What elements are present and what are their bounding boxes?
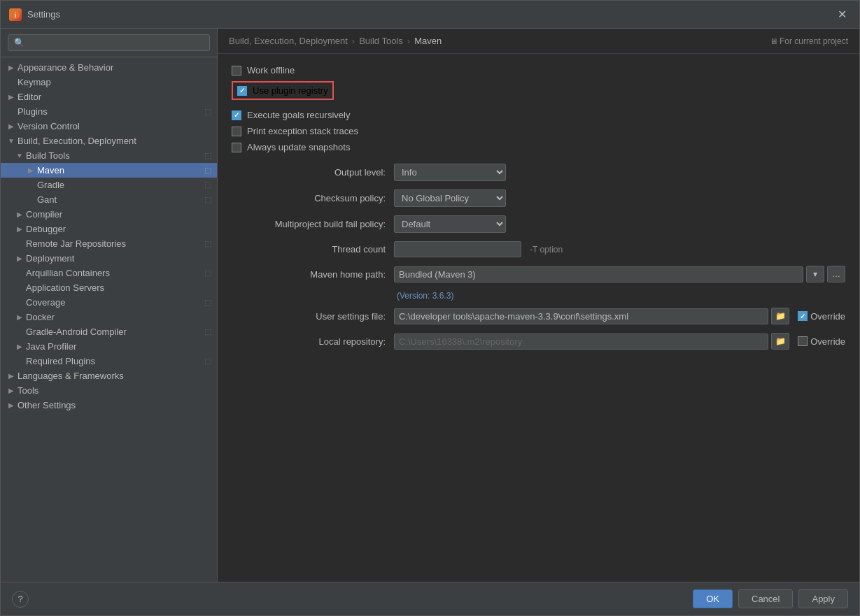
cancel-button[interactable]: Cancel (738, 589, 793, 608)
user-settings-input[interactable] (394, 308, 768, 324)
copy-icon: ⬚ (204, 166, 211, 175)
help-button[interactable]: ? (12, 591, 29, 608)
breadcrumb-part-2: Build Tools (359, 36, 403, 46)
local-repo-override-label: Override (810, 336, 845, 347)
work-offline-label[interactable]: Work offline (247, 65, 295, 76)
local-repo-label: Local repository: (232, 336, 386, 347)
sidebar-item-version-control[interactable]: ▶ Version Control (1, 119, 217, 134)
multiproject-policy-label: Multiproject build fail policy: (232, 219, 386, 229)
sidebar-item-plugins[interactable]: Plugins ⬚ (1, 104, 217, 119)
sidebar-item-gradle-android[interactable]: Gradle-Android Compiler ⬚ (1, 324, 217, 339)
sidebar-item-tools[interactable]: ▶ Tools (1, 383, 217, 398)
apply-button[interactable]: Apply (798, 589, 848, 608)
arrow-icon: ▶ (26, 166, 36, 174)
user-settings-override: Override (798, 311, 845, 322)
sidebar-item-coverage[interactable]: Coverage ⬚ (1, 295, 217, 310)
sidebar-tree: ▶ Appearance & Behavior Keymap ▶ Editor … (1, 57, 217, 582)
sidebar-item-label: Coverage (26, 297, 65, 308)
sidebar-item-label: Build, Execution, Deployment (17, 136, 136, 146)
copy-icon: ⬚ (204, 239, 211, 248)
local-repo-override-checkbox[interactable] (798, 336, 808, 346)
local-repo-input[interactable] (394, 334, 768, 350)
sidebar-item-label: Languages & Frameworks (17, 371, 124, 381)
sidebar-item-label: Plugins (17, 106, 48, 117)
breadcrumb-sep-1: › (352, 36, 355, 46)
t-option-hint: -T option (530, 245, 563, 255)
title-bar: i Settings ✕ (1, 1, 859, 29)
user-settings-override-checkbox[interactable] (798, 311, 808, 321)
maven-home-browse-button[interactable]: … (827, 266, 845, 282)
checksum-policy-select[interactable]: No Global Policy Strict Warn Ignore (394, 189, 506, 207)
output-level-select[interactable]: Info Debug Warning Error (394, 164, 506, 181)
ok-button[interactable]: OK (693, 589, 733, 608)
checksum-policy-row: Checksum policy: No Global Policy Strict… (232, 189, 845, 207)
arrow-icon: ▼ (15, 152, 24, 159)
maven-home-input[interactable] (394, 266, 803, 282)
sidebar-item-gradle[interactable]: Gradle ⬚ (1, 178, 217, 192)
print-exception-checkbox[interactable] (232, 127, 241, 136)
maven-home-dropdown-button[interactable]: ▾ (806, 266, 824, 282)
use-plugin-registry-checkbox[interactable] (237, 86, 247, 96)
sidebar-item-deployment[interactable]: ▶ Deployment (1, 251, 217, 266)
sidebar-item-maven[interactable]: ▶ Maven ⬚ (1, 163, 217, 178)
user-settings-override-label: Override (810, 311, 845, 322)
user-settings-browse-button[interactable]: 📁 (771, 308, 789, 324)
arrow-icon (15, 299, 24, 306)
arrow-icon (15, 328, 24, 336)
footer: ? OK Cancel Apply (1, 582, 859, 615)
sidebar-item-label: Compiler (26, 209, 62, 220)
main-panel: Build, Execution, Deployment › Build Too… (218, 29, 859, 582)
sidebar-item-keymap[interactable]: Keymap (1, 75, 217, 89)
sidebar-item-java-profiler[interactable]: ▶ Java Profiler (1, 339, 217, 354)
copy-icon: ⬚ (204, 107, 211, 116)
sidebar-item-required-plugins[interactable]: Required Plugins ⬚ (1, 354, 217, 368)
sidebar-item-appearance[interactable]: ▶ Appearance & Behavior (1, 60, 217, 75)
sidebar-item-other[interactable]: ▶ Other Settings (1, 398, 217, 413)
close-button[interactable]: ✕ (833, 6, 851, 22)
sidebar-item-label: Gant (37, 194, 57, 205)
arrow-icon: ▶ (6, 122, 16, 130)
sidebar-item-label: Arquillian Containers (26, 268, 110, 278)
local-repo-override: Override (798, 336, 845, 347)
execute-goals-checkbox[interactable] (232, 110, 241, 120)
work-offline-checkbox[interactable] (232, 66, 241, 76)
sidebar-item-gant[interactable]: Gant ⬚ (1, 192, 217, 207)
sidebar-item-compiler[interactable]: ▶ Compiler (1, 207, 217, 222)
multiproject-policy-select[interactable]: Default At End Never Always (394, 215, 506, 233)
arrow-icon: ▶ (15, 210, 24, 218)
sidebar-item-app-servers[interactable]: Application Servers (1, 280, 217, 295)
sidebar-item-build-exec[interactable]: ▼ Build, Execution, Deployment (1, 134, 217, 148)
sidebar-item-build-tools[interactable]: ▼ Build Tools ⬚ (1, 148, 217, 163)
breadcrumb-part-3: Maven (414, 36, 442, 46)
always-update-label[interactable]: Always update snapshots (247, 142, 350, 152)
sidebar-item-label: Appearance & Behavior (17, 62, 113, 73)
sidebar-item-arquillian[interactable]: Arquillian Containers ⬚ (1, 266, 217, 280)
checksum-policy-label: Checksum policy: (232, 193, 386, 203)
sidebar-item-remote-jar[interactable]: Remote Jar Repositories ⬚ (1, 236, 217, 251)
sidebar-item-editor[interactable]: ▶ Editor (1, 89, 217, 104)
sidebar-item-debugger[interactable]: ▶ Debugger (1, 222, 217, 236)
sidebar-item-docker[interactable]: ▶ Docker (1, 310, 217, 324)
thread-count-input[interactable] (394, 241, 521, 257)
breadcrumb-sep-2: › (407, 36, 410, 46)
arrow-icon (15, 357, 24, 365)
window-title: Settings (27, 9, 833, 20)
sidebar-item-label: Gradle-Android Compiler (26, 327, 127, 337)
sidebar-item-label: Deployment (26, 253, 74, 264)
arrow-icon (6, 78, 16, 86)
output-level-row: Output level: Info Debug Warning Error (232, 164, 845, 181)
use-plugin-registry-label[interactable]: Use plugin registry (253, 85, 328, 96)
always-update-checkbox[interactable] (232, 143, 241, 152)
search-input[interactable] (8, 34, 210, 51)
arrow-icon: ▶ (6, 93, 16, 101)
maven-home-label: Maven home path: (232, 269, 386, 280)
highlight-border: Use plugin registry (232, 81, 334, 100)
arrow-icon (15, 269, 24, 277)
arrow-icon (26, 196, 36, 203)
sidebar-item-languages[interactable]: ▶ Languages & Frameworks (1, 368, 217, 383)
execute-goals-label[interactable]: Execute goals recursively (247, 110, 350, 120)
sidebar-item-label: Gradle (37, 180, 64, 190)
local-repo-browse-button[interactable]: 📁 (771, 333, 789, 350)
sidebar-item-label: Other Settings (17, 400, 76, 410)
print-exception-label[interactable]: Print exception stack traces (247, 126, 358, 136)
